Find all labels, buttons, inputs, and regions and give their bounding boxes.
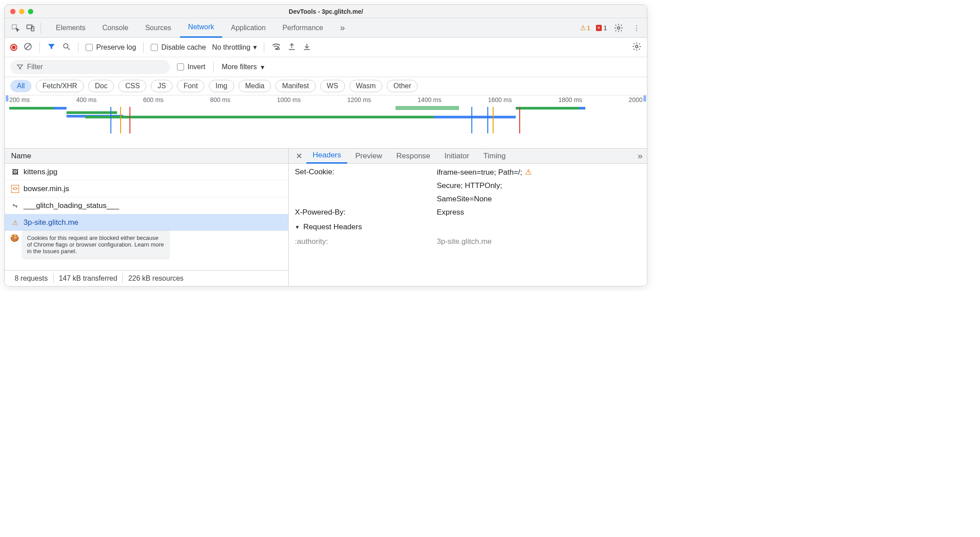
import-har-icon[interactable] xyxy=(302,42,311,53)
header-row-authority: :authority: 3p-site.glitch.me xyxy=(289,235,647,248)
maximize-window-button[interactable] xyxy=(28,9,33,14)
svg-point-3 xyxy=(617,27,620,29)
chip-manifest[interactable]: Manifest xyxy=(275,80,315,92)
search-icon[interactable] xyxy=(62,42,71,53)
request-list-pane: Name 🖼 kittens.jpg <> bowser.min.js ___g… xyxy=(5,149,289,286)
settings-icon[interactable] xyxy=(612,22,625,34)
more-filters-dropdown[interactable]: More filters ▾ xyxy=(222,63,264,71)
chip-font[interactable]: Font xyxy=(177,80,204,92)
kebab-menu-icon[interactable]: ⋮ xyxy=(630,22,643,34)
tab-performance[interactable]: Performance xyxy=(274,18,331,38)
network-toolbar: Preserve log Disable cache No throttling… xyxy=(5,38,647,57)
image-file-icon: 🖼 xyxy=(11,168,19,176)
filter-toggle-icon[interactable] xyxy=(47,42,56,53)
tab-console[interactable]: Console xyxy=(94,18,137,38)
resource-type-chips: All Fetch/XHR Doc CSS JS Font Img Media … xyxy=(5,77,647,95)
tab-elements[interactable]: Elements xyxy=(48,18,94,38)
inspect-icon[interactable] xyxy=(9,22,22,34)
minimize-window-button[interactable] xyxy=(19,9,24,14)
request-row[interactable]: <> bowser.min.js xyxy=(5,180,288,197)
chip-ws[interactable]: WS xyxy=(320,80,345,92)
filter-bar: Filter Invert More filters ▾ xyxy=(5,57,647,77)
request-row[interactable]: 🖼 kittens.jpg xyxy=(5,164,288,180)
chevron-down-icon: ▾ xyxy=(253,43,257,51)
chevron-down-icon: ▾ xyxy=(261,63,264,71)
chip-wasm[interactable]: Wasm xyxy=(349,80,383,92)
more-detail-tabs-button[interactable]: » xyxy=(638,151,643,161)
section-request-headers[interactable]: Request Headers xyxy=(289,219,647,235)
request-row[interactable]: ⚠ 3p-site.glitch.me xyxy=(5,214,288,231)
close-details-button[interactable]: ✕ xyxy=(293,151,305,161)
timeline-handle-right[interactable] xyxy=(643,95,646,102)
header-row-set-cookie-cont: Secure; HTTPOnly; xyxy=(289,179,647,192)
column-header-name[interactable]: Name xyxy=(5,149,288,164)
timeline-ruler: 200 ms 400 ms 600 ms 800 ms 1000 ms 1200… xyxy=(9,96,643,103)
tab-network[interactable]: Network xyxy=(180,18,222,38)
detail-tab-headers[interactable]: Headers xyxy=(306,149,347,164)
issues-error-badge[interactable]: × 1 xyxy=(596,24,607,31)
titlebar: DevTools - 3pc.glitch.me/ xyxy=(5,5,647,18)
chip-all[interactable]: All xyxy=(10,80,31,92)
disable-cache-checkbox[interactable]: Disable cache xyxy=(151,43,206,51)
tab-sources[interactable]: Sources xyxy=(137,18,179,38)
header-row-set-cookie-cont: SameSite=None xyxy=(289,192,647,206)
header-row-x-powered-by: X-Powered-By: Express xyxy=(289,206,647,219)
detail-tab-preview[interactable]: Preview xyxy=(349,149,388,164)
cookie-blocked-tooltip: Cookies for this request are blocked eit… xyxy=(23,231,169,258)
network-settings-icon[interactable] xyxy=(632,42,642,53)
main-tabbar: Elements Console Sources Network Applica… xyxy=(5,18,647,38)
warning-icon[interactable]: ⚠ xyxy=(525,168,532,176)
chip-js[interactable]: JS xyxy=(151,80,172,92)
window-title: DevTools - 3pc.glitch.me/ xyxy=(5,8,647,15)
issues-warning-badge[interactable]: ⚠ 1 xyxy=(580,24,590,32)
chip-fetch-xhr[interactable]: Fetch/XHR xyxy=(36,80,84,92)
chip-media[interactable]: Media xyxy=(239,80,271,92)
detail-tab-response[interactable]: Response xyxy=(390,149,437,164)
export-har-icon[interactable] xyxy=(287,42,296,53)
status-transferred: 147 kB transferred xyxy=(54,274,123,282)
svg-point-10 xyxy=(635,45,638,48)
warning-icon: ⚠ xyxy=(11,219,19,227)
invert-checkbox[interactable]: Invert xyxy=(177,63,205,71)
chip-doc[interactable]: Doc xyxy=(88,80,114,92)
timeline-handle-left[interactable] xyxy=(6,95,8,102)
throttling-select[interactable]: No throttling ▾ xyxy=(212,43,256,51)
request-details-pane: ✕ Headers Preview Response Initiator Tim… xyxy=(289,149,647,286)
close-window-button[interactable] xyxy=(10,9,16,14)
more-tabs-button[interactable]: » xyxy=(332,18,353,38)
error-icon: × xyxy=(596,25,602,31)
detail-tab-timing[interactable]: Timing xyxy=(477,149,512,164)
chip-css[interactable]: CSS xyxy=(118,80,146,92)
js-file-icon: <> xyxy=(11,185,19,193)
tab-application[interactable]: Application xyxy=(223,18,274,38)
funnel-icon xyxy=(16,63,24,71)
header-row-set-cookie: Set-Cookie: iframe-seen=true; Path=/;⚠ xyxy=(289,165,647,179)
record-button[interactable] xyxy=(10,44,17,51)
warning-icon: ⚠ xyxy=(580,24,586,32)
clear-button[interactable] xyxy=(24,42,32,53)
timeline-waterfall xyxy=(9,107,643,133)
filter-input[interactable]: Filter xyxy=(10,60,170,74)
timeline-overview[interactable]: 200 ms 400 ms 600 ms 800 ms 1000 ms 1200… xyxy=(5,95,647,149)
network-conditions-icon[interactable] xyxy=(271,42,281,53)
svg-point-8 xyxy=(275,48,277,50)
status-bar: 8 requests 147 kB transferred 226 kB res… xyxy=(5,270,288,286)
chip-img[interactable]: Img xyxy=(209,80,234,92)
request-row[interactable]: ___glitch_loading_status___ xyxy=(5,197,288,214)
websocket-icon xyxy=(11,202,19,210)
status-resources: 226 kB resources xyxy=(123,274,189,282)
preserve-log-checkbox[interactable]: Preserve log xyxy=(86,43,136,51)
chip-other[interactable]: Other xyxy=(387,80,418,92)
detail-tabs: ✕ Headers Preview Response Initiator Tim… xyxy=(289,149,647,164)
svg-point-6 xyxy=(63,43,68,48)
svg-point-9 xyxy=(277,47,279,50)
svg-line-7 xyxy=(68,47,70,50)
status-requests: 8 requests xyxy=(9,274,53,282)
cookie-icon: 🍪 xyxy=(10,234,19,242)
svg-line-5 xyxy=(25,44,31,49)
device-toggle-icon[interactable] xyxy=(24,22,37,34)
detail-tab-initiator[interactable]: Initiator xyxy=(438,149,475,164)
